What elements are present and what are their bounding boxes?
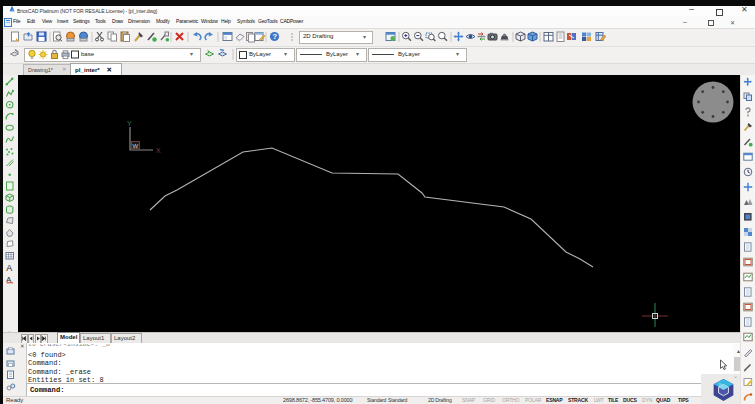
svg-text:X: X [156, 147, 161, 154]
svg-text:Y: Y [127, 120, 132, 127]
svg-text:W: W [133, 143, 139, 149]
svg-text:?: ? [273, 32, 278, 41]
svg-text:A: A [6, 275, 11, 284]
svg-text:A: A [6, 263, 12, 273]
